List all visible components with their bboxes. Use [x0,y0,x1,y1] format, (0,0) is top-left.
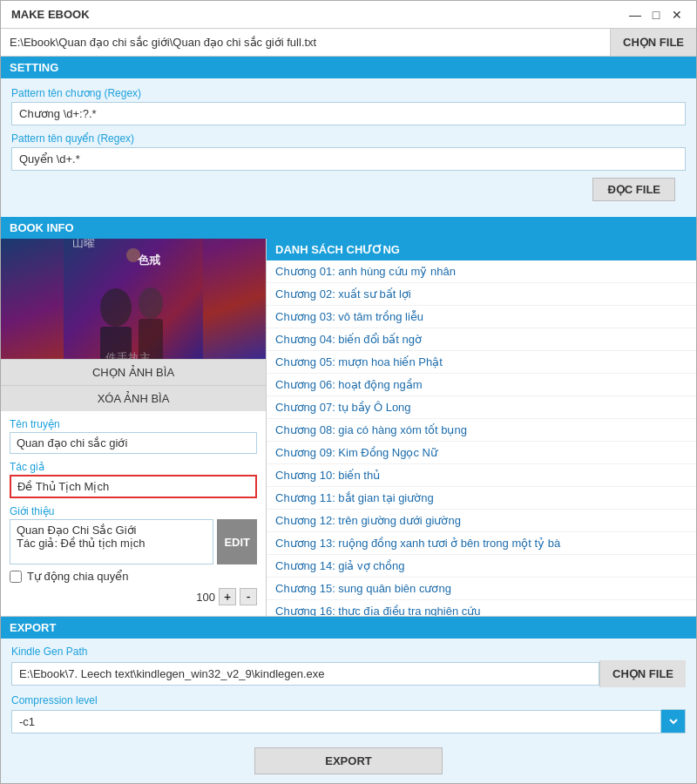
file-path-input[interactable] [1,29,610,56]
pattern-quyen-input[interactable] [11,147,686,171]
left-panel: 山曜 色戒 佚手执主 CHỌN ẢNH BÌA XÓA ẢNH BÌA [1,239,267,616]
book-fields: Tên truyện Tác giả Giới thiệu Quan Đạo C… [1,411,266,616]
export-path-row: CHỌN FILE [11,660,686,687]
tac-gia-input[interactable] [10,475,257,498]
window-controls: — □ ✕ [626,6,686,24]
setting-section: Pattern tên chương (Regex) Pattern tên q… [1,78,696,217]
chapter-item[interactable]: Chương 11: bắt gian tại giường [267,487,696,510]
file-row: CHỌN FILE [1,29,696,57]
export-button[interactable]: EXPORT [254,747,442,774]
description-row: Quan Đạo Chi Sắc Giới Tác giả: Đề thủ tị… [10,519,257,564]
danh-sach-header: DANH SÁCH CHƯƠNG [267,239,696,260]
chon-anh-bia-button[interactable]: CHỌN ẢNH BÌA [1,359,266,385]
export-header: EXPORT [1,617,696,639]
count-minus-button[interactable]: - [240,588,257,605]
pattern-chuong-input[interactable] [11,102,686,125]
chevron-down-icon [668,716,679,727]
kindle-gen-path-input[interactable] [11,662,599,686]
cover-placeholder: 山曜 色戒 佚手执主 [1,239,266,359]
compression-select-row: -c0 -c1 -c2 [11,709,686,733]
chapter-item[interactable]: Chương 05: mượn hoa hiến Phật [267,351,696,374]
chapter-item[interactable]: Chương 13: ruộng đồng xanh tươi ở bên tr… [267,532,696,555]
close-button[interactable]: ✕ [668,6,686,24]
count-row: 100 + - [10,585,257,609]
cover-art: 山曜 色戒 佚手执主 [64,239,203,359]
doc-file-row: ĐỌC FILE [11,171,686,208]
export-fields-inner: Kindle Gen Path CHỌN FILE Compression le… [1,639,696,740]
chapter-item[interactable]: Chương 14: giả vợ chồng [267,555,696,578]
chapter-item[interactable]: Chương 09: Kim Đồng Ngọc Nữ [267,442,696,464]
export-section: EXPORT Kindle Gen Path CHỌN FILE Compres… [1,617,696,783]
book-cover: 山曜 色戒 佚手执主 [1,239,266,359]
auto-divide-label: Tự động chia quyển [27,570,129,583]
pattern-quyen-label: Pattern tên quyển (Regex) [11,132,686,145]
xoa-anh-bia-button[interactable]: XÓA ẢNH BÌA [1,385,266,411]
compression-row: Compression level -c0 -c1 -c2 [11,694,686,733]
chapter-item[interactable]: Chương 08: gia có hàng xóm tốt bụng [267,419,696,442]
gioi-thieu-label: Giới thiệu [10,505,257,517]
chapter-item[interactable]: Chương 16: thực địa điều tra nghiên cứu [267,600,696,616]
minimize-button[interactable]: — [626,6,644,24]
chapter-item[interactable]: Chương 15: sung quân biên cương [267,578,696,600]
chapter-item[interactable]: Chương 10: biến thủ [267,464,696,487]
maximize-button[interactable]: □ [647,6,665,24]
chapter-item[interactable]: Chương 02: xuất sư bất lợi [267,283,696,306]
export-chon-file-button[interactable]: CHỌN FILE [599,660,686,687]
auto-divide-row: Tự động chia quyển [10,564,257,585]
export-fields: Kindle Gen Path CHỌN FILE Compression le… [1,639,696,783]
chapter-item[interactable]: Chương 06: hoạt động ngầm [267,374,696,396]
chapter-item[interactable]: Chương 04: biến đổi bất ngờ [267,328,696,351]
chapter-item[interactable]: Chương 01: anh hùng cứu mỹ nhân [267,260,696,283]
doc-file-button[interactable]: ĐỌC FILE [592,178,675,201]
export-btn-row: EXPORT [1,740,696,783]
kindle-gen-label: Kindle Gen Path [11,645,686,658]
svg-text:山曜: 山曜 [72,239,95,249]
book-info-section: 山曜 色戒 佚手执主 CHỌN ẢNH BÌA XÓA ẢNH BÌA [1,239,696,617]
svg-point-3 [100,288,132,327]
main-window: MAKE EBOOK — □ ✕ CHỌN FILE SETTING Patte… [0,0,697,784]
svg-point-7 [126,248,140,262]
gioi-thieu-textarea[interactable]: Quan Đạo Chi Sắc Giới Tác giả: Đề thủ tị… [10,519,213,564]
compression-select[interactable]: -c0 -c1 -c2 [11,710,661,733]
svg-text:佚手执主: 佚手执主 [105,351,151,359]
pattern-chuong-label: Pattern tên chương (Regex) [11,87,686,99]
title-bar: MAKE EBOOK — □ ✕ [1,1,696,29]
auto-divide-checkbox[interactable] [10,571,22,583]
chapter-item[interactable]: Chương 12: trên giường dưới giường [267,510,696,532]
tac-gia-label: Tác giả [10,461,257,473]
chon-file-button[interactable]: CHỌN FILE [610,29,696,56]
chapter-item[interactable]: Chương 07: tụ bầy Ô Long [267,396,696,419]
svg-text:色戒: 色戒 [137,253,161,267]
svg-point-4 [139,287,163,319]
select-arrow-icon [661,709,686,733]
compression-label: Compression level [11,694,686,706]
count-value: 100 [196,591,215,604]
chapter-list[interactable]: Chương 01: anh hùng cứu mỹ nhânChương 02… [267,260,696,616]
setting-header: SETTING [1,57,696,78]
book-info-header: BOOK INFO [1,217,696,239]
edit-button[interactable]: EDIT [217,519,257,564]
count-plus-button[interactable]: + [219,588,236,605]
chapter-item[interactable]: Chương 03: vô tâm trồng liễu [267,306,696,328]
window-title: MAKE EBOOK [11,8,90,21]
right-panel: DANH SÁCH CHƯƠNG Chương 01: anh hùng cứu… [267,239,696,616]
ten-truyen-label: Tên truyện [10,418,257,430]
ten-truyen-input[interactable] [10,432,257,454]
